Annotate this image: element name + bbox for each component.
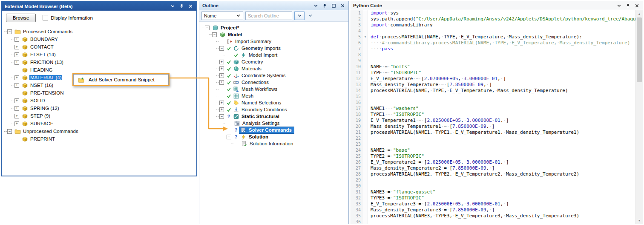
tree-node[interactable]: Geometry Imports [232,45,283,52]
tree-item-analysis-settings[interactable]: Analysis Settings [199,120,348,127]
code-editor[interactable]: 1import·sys2sys.path.append("C:/User/App… [350,10,635,224]
code-line[interactable]: 12E_V_Temperature·=·[2.070000E+05,·3.000… [350,76,635,82]
collapse-icon[interactable]: − [219,114,224,119]
code-line[interactable]: 36 [350,219,635,224]
tree-node[interactable]: HEADING [21,67,55,73]
tree-item-model[interactable]: −Model [199,31,348,38]
close-icon[interactable] [187,3,193,9]
pin-icon[interactable] [178,3,184,9]
tree-item-friction-13[interactable]: +FRICTION (13) [2,58,196,66]
expand-icon[interactable]: + [14,106,19,111]
code-line[interactable]: 7····pass [350,46,635,52]
close-icon[interactable] [339,3,345,9]
tree-node[interactable]: Mesh Workflows [232,86,279,92]
tree-node[interactable]: Geometry [232,59,265,65]
collapse-icon[interactable]: − [7,129,12,134]
tree-node[interactable]: Solution [239,134,270,140]
tree-node[interactable]: SPRING (12) [21,105,61,112]
tree-node[interactable]: Processed Commands [14,29,75,35]
tree-node[interactable]: PRE-TENSION [21,90,66,96]
tree-node[interactable]: Analysis Settings [233,120,282,127]
code-line[interactable]: 11TYPE·=·"ISOTROPIC" [350,70,635,76]
tree-item-heading[interactable]: HEADING [2,66,196,74]
expand-icon[interactable]: + [14,121,19,126]
tree-item-solid[interactable]: +SOLID [2,97,196,104]
expand-icon[interactable]: + [14,45,19,49]
search-options-dropdown[interactable] [294,12,305,20]
tree-item-preprint[interactable]: PREPRINT [2,135,196,143]
tree-item-named-selections[interactable]: +Named Selections [199,99,348,106]
menu-item-add-solver-command-snippet[interactable]: Add Solver Command Snippet [74,75,168,84]
code-line[interactable]: 14processMATERIAL(NAME,·TYPE,·E_V_Temper… [350,88,635,94]
code-line[interactable]: 4 [350,28,635,34]
tree-item-geometry-imports[interactable]: −Geometry Imports [199,45,348,52]
code-line[interactable]: 25TYPE2·=·"ISOTROPIC" [350,153,635,159]
browse-button[interactable]: Browse [6,14,36,22]
tree-node[interactable]: SURFACE [21,121,55,127]
tree-node[interactable]: Materials [232,66,264,72]
tree-node[interactable]: BOUNDARY [21,36,60,43]
checkbox-box[interactable] [43,15,48,20]
code-line[interactable]: 15 [350,94,635,100]
code-line[interactable]: 27Mass_density_Temperature2·=·[7.850000E… [350,165,635,171]
code-line[interactable]: 26E_V_Temperature2·=·[2.025000E+05,·3.00… [350,159,635,165]
code-line[interactable]: 13Mass_density_Temperature·=·[7.850000E-… [350,82,635,88]
code-line[interactable]: 1import·sys [350,10,635,16]
tree-item-boundary[interactable]: +BOUNDARY [2,35,196,43]
tree-node[interactable]: Connections [232,79,271,86]
code-line[interactable]: 10NAME·=·"bolts" [350,64,635,70]
tree-node[interactable]: Model [218,32,244,38]
close-icon[interactable] [634,3,640,9]
tree-item-mesh[interactable]: Mesh [199,92,348,99]
tree-node[interactable]: Named Selections [232,100,283,106]
expand-icon[interactable]: + [219,107,224,112]
code-line[interactable]: 32TYPE3·=·"ISOTROPIC" [350,195,635,201]
expand-icon[interactable]: + [14,75,19,80]
code-line[interactable]: 28processMATERIAL(NAME2,·TYPE2,·E_V_Temp… [350,171,635,177]
tree-node[interactable]: Solver Commands [239,127,294,133]
code-line[interactable]: 29 [350,177,635,183]
scroll-down-icon[interactable]: ▼ [636,217,643,224]
tree-item-materials[interactable]: +Materials [199,65,348,72]
scroll-up-icon[interactable]: ▲ [636,10,643,17]
collapse-icon[interactable]: − [7,29,12,34]
display-information-checkbox[interactable]: Display Information [43,15,92,20]
code-line[interactable]: 30 [350,183,635,189]
expand-icon[interactable]: + [219,101,224,105]
tree-node[interactable]: FRICTION (13) [21,59,66,66]
tree-node[interactable]: ELSET (14) [21,52,58,58]
expand-icon[interactable]: + [219,66,224,71]
chevron-down-icon[interactable] [170,3,175,9]
browser-titlebar[interactable]: External Model Browser (Beta) [2,2,196,11]
code-line[interactable]: 16 [350,100,635,106]
tree-node[interactable]: MATERIAL (4) [21,75,63,81]
code-line[interactable]: 8 [350,52,635,58]
code-line[interactable]: 24NAME2·=·"base" [350,147,635,153]
tree-item-import-summary[interactable]: Import Summary [199,38,348,45]
collapse-icon[interactable]: − [219,46,224,51]
expand-icon[interactable]: + [14,52,19,57]
outline-titlebar[interactable]: Outline [199,1,348,10]
tree-item-solution[interactable]: −?Solution [199,133,348,140]
tree-node[interactable]: Unprocessed Commands [14,128,80,134]
tree-item-coordinate-systems[interactable]: +Coordinate Systems [199,72,348,79]
tree-item-unprocessed-commands[interactable]: −Unprocessed Commands [2,127,196,135]
expand-icon[interactable]: + [219,60,224,64]
fold-marker-icon[interactable]: ▾ [363,34,368,40]
pin-icon[interactable] [625,3,631,9]
collapse-icon[interactable]: − [227,135,231,139]
tree-item-solution-information[interactable]: Solution Information [199,140,348,147]
tree-item-connections[interactable]: +Connections [199,79,348,86]
scroll-thumb[interactable] [637,17,642,82]
code-line[interactable]: 20Mass_density_Temperature1·=·[7.850000E… [350,124,635,130]
code-line[interactable]: 6····#·commandsLibrary.processMATERIAL(N… [350,40,635,46]
code-line[interactable]: 3import·commandsLibrary [350,22,635,28]
tree-node[interactable]: Model Import [239,52,279,58]
tree-node[interactable]: Mesh [232,93,256,99]
pin-icon[interactable] [322,3,328,9]
tree-item-spring-12[interactable]: +SPRING (12) [2,104,196,112]
tree-item-project[interactable]: −Project* [199,24,348,31]
tree-item-model-import[interactable]: Model Import [199,52,348,58]
search-input[interactable] [245,12,292,20]
tree-item-processed-commands[interactable]: −Processed Commands [2,28,196,35]
